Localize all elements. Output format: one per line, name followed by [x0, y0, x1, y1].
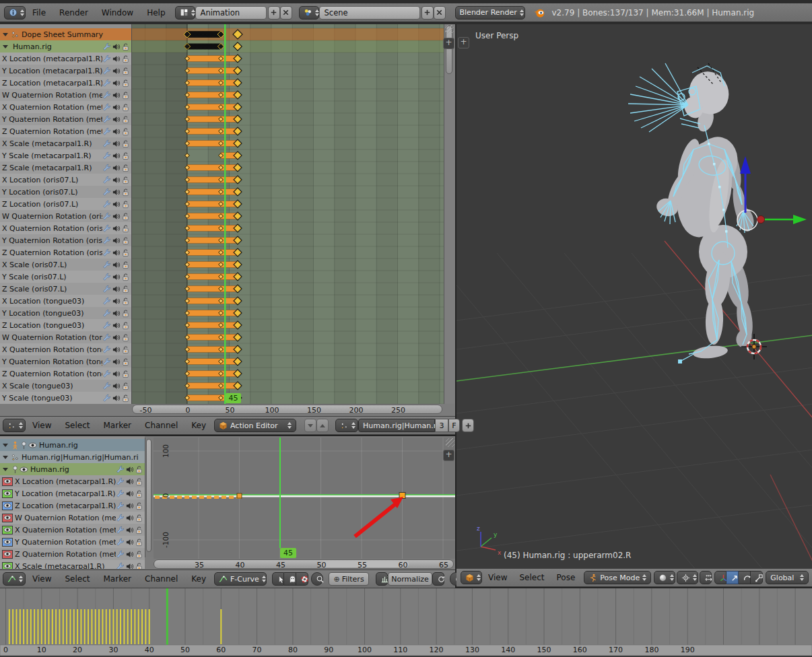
keyframe-row[interactable]: [185, 91, 242, 99]
menu-marker[interactable]: Marker: [97, 421, 138, 430]
layout-selector-icon-button[interactable]: [175, 6, 195, 20]
menu-marker[interactable]: Marker: [97, 574, 138, 584]
menu-channel[interactable]: Channel: [138, 574, 184, 584]
channel-row[interactable]: X Location (tongue03): [0, 295, 131, 307]
filters-button[interactable]: ⊕ Filters: [329, 572, 369, 586]
show-errors-toggle[interactable]: [296, 572, 308, 586]
keyframe-row[interactable]: [185, 176, 242, 184]
menu-file[interactable]: File: [26, 8, 53, 18]
keyframe-row[interactable]: [185, 236, 242, 244]
menu-view[interactable]: View: [26, 421, 58, 430]
channel-row[interactable]: X Scale (metacarpal1.R): [0, 137, 131, 149]
normalize-toggle[interactable]: Normalize: [388, 572, 432, 586]
editor-type-button[interactable]: [3, 572, 26, 586]
channel-color-box[interactable]: [2, 514, 13, 522]
channel-row[interactable]: Z Quaternion Rotation (tongue03): [0, 368, 131, 380]
graph-channel-row[interactable]: Human.rig: [0, 463, 145, 475]
graph-plot-area[interactable]: [154, 438, 455, 559]
viewport-shading-dropdown[interactable]: [654, 571, 675, 584]
channel-row[interactable]: Y Scale (oris07.L): [0, 271, 131, 283]
channel-row[interactable]: X Location (oris07.L): [0, 174, 131, 186]
menu-help[interactable]: Help: [140, 8, 172, 18]
new-action-button[interactable]: [462, 419, 474, 432]
delete-layout-button[interactable]: [280, 6, 292, 20]
channel-row[interactable]: Z Scale (oris07.L): [0, 283, 131, 295]
keyframe-row[interactable]: [185, 345, 242, 353]
menu-key[interactable]: Key: [184, 421, 213, 430]
channel-color-box[interactable]: [2, 502, 13, 510]
timeline-editor[interactable]: 0102030405060708090100110120130140150160…: [0, 587, 812, 657]
scene-name-field[interactable]: Scene: [319, 6, 420, 20]
channel-row[interactable]: X Quaternion Rotation (oris07.L): [0, 222, 131, 234]
keyframe-row[interactable]: [185, 357, 242, 366]
interaction-mode-dropdown[interactable]: Pose Mode: [584, 571, 651, 584]
channel-row[interactable]: W Quaternion Rotation (metacarpal1.R): [0, 89, 131, 101]
current-frame-badge[interactable]: 45: [280, 548, 296, 558]
action-id-icon-button[interactable]: [335, 419, 358, 432]
channel-row[interactable]: Z Location (oris07.L): [0, 198, 131, 210]
channel-row[interactable]: Z Location (metacarpal1.R): [0, 77, 131, 89]
ghost-curves-toggle[interactable]: [284, 572, 296, 586]
expand-arrow-icon[interactable]: [3, 33, 8, 36]
graph-channel-row[interactable]: X Scale (metacarpal1.R): [0, 560, 145, 569]
layout-name-field[interactable]: Animation: [195, 6, 267, 20]
keyframe-row[interactable]: [185, 297, 242, 305]
dopesheet-mode-dropdown[interactable]: Action Editor: [214, 419, 296, 432]
keyframe-row[interactable]: [185, 382, 242, 390]
keyframe-row[interactable]: [185, 200, 242, 208]
graph-channel-row[interactable]: X Location (metacarpal1.R): [0, 475, 145, 487]
menu-key[interactable]: Key: [184, 574, 213, 584]
add-layout-button[interactable]: [268, 6, 280, 20]
keyframe-row[interactable]: [185, 261, 242, 269]
keyframe-row[interactable]: [185, 273, 242, 281]
channel-row[interactable]: Z Quaternion Rotation (metacarpal1.R): [0, 125, 131, 137]
channel-color-box[interactable]: [2, 538, 13, 547]
menu-pose[interactable]: Pose: [551, 573, 582, 582]
action-name-field[interactable]: Human.rig|Human.r...: [358, 419, 435, 432]
normalize-icon-button[interactable]: [376, 572, 388, 586]
channel-row[interactable]: Dope Sheet Summary: [0, 28, 131, 40]
keyframe-row[interactable]: [185, 164, 242, 172]
keyframe-row[interactable]: [185, 67, 242, 75]
channel-row[interactable]: X Scale (oris07.L): [0, 258, 131, 271]
graph-channel-row[interactable]: Z Quaternion Rotation (metacarpal1.R): [0, 548, 145, 560]
keyframe-row[interactable]: [185, 212, 242, 220]
channel-row[interactable]: Y Scale (metacarpal1.R): [0, 149, 131, 162]
expand-arrow-icon[interactable]: [3, 456, 8, 459]
menu-select[interactable]: Select: [513, 573, 550, 582]
keyframe-row[interactable]: [185, 333, 242, 341]
dopesheet-horizontal-scrollbar[interactable]: -50050100150200250: [132, 405, 442, 414]
only-selected-toggle[interactable]: [272, 572, 284, 586]
graph-mode-dropdown[interactable]: F-Curve: [214, 572, 267, 586]
rotate-manipulator-toggle[interactable]: [739, 571, 751, 584]
graph-channel-row[interactable]: Z Location (metacarpal1.R): [0, 499, 145, 512]
editor-type-button[interactable]: [3, 419, 26, 432]
current-frame-badge[interactable]: 45: [226, 393, 241, 403]
scale-manipulator-toggle[interactable]: [751, 571, 763, 584]
move-action-down-button[interactable]: [304, 419, 316, 432]
channel-color-box[interactable]: [2, 526, 13, 534]
keyframe-row[interactable]: [185, 139, 242, 147]
translate-manipulator-toggle[interactable]: [726, 571, 739, 584]
corner-resize-grip[interactable]: [445, 25, 454, 34]
fake-user-button[interactable]: F: [448, 419, 460, 432]
channel-color-box[interactable]: [2, 550, 13, 559]
menu-select[interactable]: Select: [58, 574, 96, 584]
toolshelf-tab[interactable]: +: [458, 37, 469, 48]
action-users-button[interactable]: 3: [435, 419, 448, 432]
channel-row[interactable]: Z Location (tongue03): [0, 319, 131, 331]
expand-arrow-icon[interactable]: [3, 45, 8, 48]
channel-row[interactable]: X Scale (tongue03): [0, 380, 131, 392]
channel-row[interactable]: W Quaternion Rotation (oris07.L): [0, 210, 131, 222]
search-filter-button[interactable]: [311, 572, 323, 586]
graph-channel-row[interactable]: Human.rig|Human.rig|Human.ri: [0, 451, 145, 463]
keyframe-row[interactable]: [185, 248, 242, 256]
channel-row[interactable]: Y Scale (tongue03): [0, 392, 131, 404]
editor-type-button[interactable]: [4, 6, 26, 20]
menu-select[interactable]: Select: [58, 421, 96, 430]
dopesheet-keyframe-area[interactable]: [131, 24, 444, 404]
keyframe-row[interactable]: [185, 55, 242, 63]
keyframe-row[interactable]: [185, 103, 242, 111]
keyframe-row[interactable]: [185, 188, 242, 196]
pivot-point-dropdown[interactable]: [677, 571, 698, 584]
